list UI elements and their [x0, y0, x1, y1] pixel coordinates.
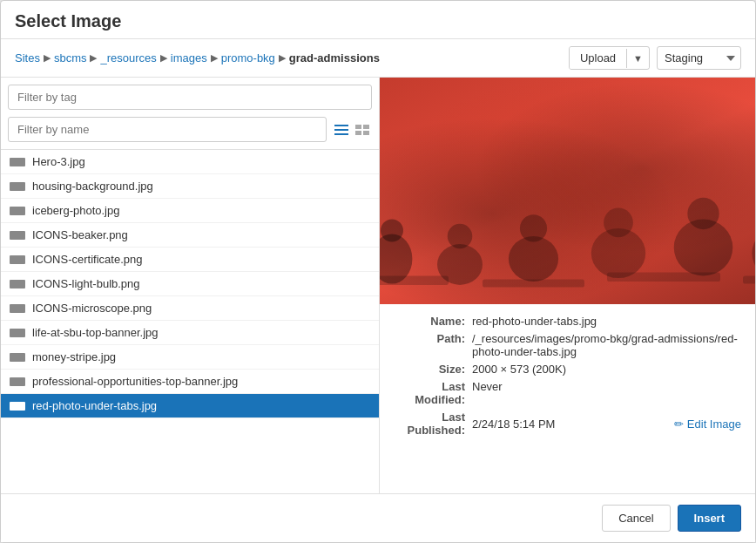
list-icon: [334, 125, 348, 135]
svg-point-33: [448, 224, 473, 249]
select-image-modal: Select Image Sites ▶ sbcms ▶ _resources …: [0, 0, 756, 543]
file-list: Hero-3.jpg housing-background.jpg iceber…: [1, 149, 379, 493]
svg-point-32: [437, 244, 483, 285]
file-name-1: housing-background.jpg: [32, 180, 153, 193]
file-item-4[interactable]: ICONS-certificate.png: [1, 248, 379, 272]
info-row-modified: Last Modified: Never: [394, 380, 741, 406]
info-row-path: Path: /_resources/images/promo-bkg/grad-…: [394, 332, 741, 358]
breadcrumb-sites[interactable]: Sites: [15, 51, 40, 64]
file-icon-7: [10, 327, 25, 339]
environment-select[interactable]: Staging Production: [657, 46, 741, 70]
file-item-10[interactable]: red-photo-under-tabs.jpg: [1, 394, 379, 418]
file-item-7[interactable]: life-at-sbu-top-banner.jpg: [1, 321, 379, 345]
grid-view-button[interactable]: [353, 122, 372, 138]
name-label: Name:: [394, 315, 472, 328]
published-label: Last Published:: [394, 411, 472, 437]
svg-rect-10: [11, 184, 20, 189]
size-label: Size:: [394, 363, 472, 376]
file-icon-0: [10, 156, 25, 168]
svg-point-36: [591, 228, 645, 278]
breadcrumb-resources[interactable]: _resources: [100, 51, 156, 64]
svg-rect-4: [363, 125, 369, 129]
file-item-5[interactable]: ICONS-light-bulb.png: [1, 272, 379, 296]
path-label: Path:: [394, 332, 472, 345]
file-info: Name: red-photo-under-tabs.jpg Path: /_r…: [380, 304, 755, 451]
modal-title: Select Image: [15, 11, 121, 31]
sep-3: ▶: [160, 52, 167, 64]
modal-header: Select Image: [1, 1, 755, 39]
file-item-9[interactable]: professional-opportunities-top-banner.jp…: [1, 370, 379, 394]
modal-body: Hero-3.jpg housing-background.jpg iceber…: [1, 78, 755, 493]
breadcrumb: Sites ▶ sbcms ▶ _resources ▶ images ▶ pr…: [15, 51, 380, 64]
sep-4: ▶: [211, 52, 218, 64]
published-value: 2/24/18 5:14 PM: [472, 417, 555, 431]
sep-1: ▶: [44, 52, 51, 64]
file-name-0: Hero-3.jpg: [32, 155, 85, 168]
filter-tag-input[interactable]: [8, 85, 372, 110]
breadcrumb-actions: Upload ▼ Staging Production: [569, 46, 741, 70]
modified-label: Last Modified:: [394, 380, 472, 406]
svg-rect-29: [380, 78, 755, 304]
breadcrumb-sbcms[interactable]: sbcms: [54, 51, 87, 64]
sep-2: ▶: [90, 52, 97, 64]
filter-name-input[interactable]: [8, 117, 327, 142]
insert-button[interactable]: Insert: [678, 505, 741, 532]
svg-point-35: [520, 214, 547, 241]
file-name-8: money-stripe.jpg: [32, 350, 116, 363]
breadcrumb-bar: Sites ▶ sbcms ▶ _resources ▶ images ▶ pr…: [1, 39, 755, 78]
upload-dropdown-button[interactable]: ▼: [626, 49, 649, 68]
info-row-name: Name: red-photo-under-tabs.jpg: [394, 315, 741, 328]
file-icon-9: [10, 376, 25, 388]
file-name-4: ICONS-certificate.png: [32, 253, 142, 266]
filter-name-row: [8, 117, 372, 142]
breadcrumb-current: grad-admissions: [289, 51, 380, 64]
svg-point-38: [674, 220, 733, 276]
file-icon-3: [10, 229, 25, 241]
edit-image-link[interactable]: ✏ Edit Image: [674, 417, 741, 431]
svg-rect-28: [11, 404, 20, 409]
svg-point-37: [604, 208, 633, 238]
file-name-6: ICONS-microscope.png: [32, 302, 152, 315]
file-icon-1: [10, 180, 25, 193]
file-item-0[interactable]: Hero-3.jpg: [1, 150, 379, 174]
file-item-3[interactable]: ICONS-beaker.png: [1, 223, 379, 248]
svg-rect-12: [11, 208, 20, 214]
svg-rect-24: [11, 355, 20, 360]
svg-rect-16: [11, 257, 20, 262]
path-value: /_resources/images/promo-bkg/grad-admiss…: [472, 332, 741, 358]
file-icon-4: [10, 254, 25, 266]
file-icon-5: [10, 278, 25, 290]
file-icon-2: [10, 205, 25, 217]
file-name-3: ICONS-beaker.png: [32, 228, 128, 241]
file-item-8[interactable]: money-stripe.jpg: [1, 345, 379, 370]
svg-rect-20: [11, 306, 20, 311]
file-item-1[interactable]: housing-background.jpg: [1, 174, 379, 199]
svg-rect-22: [11, 330, 20, 336]
svg-rect-18: [11, 282, 20, 287]
file-icon-10: [10, 400, 25, 412]
cancel-button[interactable]: Cancel: [602, 505, 670, 532]
svg-rect-3: [355, 125, 361, 129]
svg-rect-5: [355, 131, 361, 135]
svg-rect-1: [334, 129, 348, 131]
svg-rect-6: [363, 131, 369, 135]
svg-rect-43: [483, 279, 584, 287]
svg-rect-45: [743, 276, 755, 284]
size-value: 2000 × 573 (200K): [472, 363, 566, 376]
file-name-5: ICONS-light-bulb.png: [32, 277, 140, 290]
svg-rect-8: [11, 160, 20, 165]
file-item-6[interactable]: ICONS-microscope.png: [1, 296, 379, 321]
preview-image: [380, 78, 755, 304]
sep-5: ▶: [279, 52, 286, 64]
file-name-2: iceberg-photo.jpg: [32, 204, 119, 217]
file-icon-6: [10, 302, 25, 315]
name-value: red-photo-under-tabs.jpg: [472, 315, 597, 328]
file-name-10: red-photo-under-tabs.jpg: [32, 399, 157, 412]
breadcrumb-promo-bkg[interactable]: promo-bkg: [221, 51, 275, 64]
list-view-button[interactable]: [332, 122, 351, 138]
breadcrumb-images[interactable]: images: [171, 51, 207, 64]
upload-button[interactable]: Upload: [570, 47, 626, 69]
modified-value: Never: [472, 380, 503, 393]
file-item-2[interactable]: iceberg-photo.jpg: [1, 199, 379, 223]
file-panel: Hero-3.jpg housing-background.jpg iceber…: [1, 78, 380, 493]
